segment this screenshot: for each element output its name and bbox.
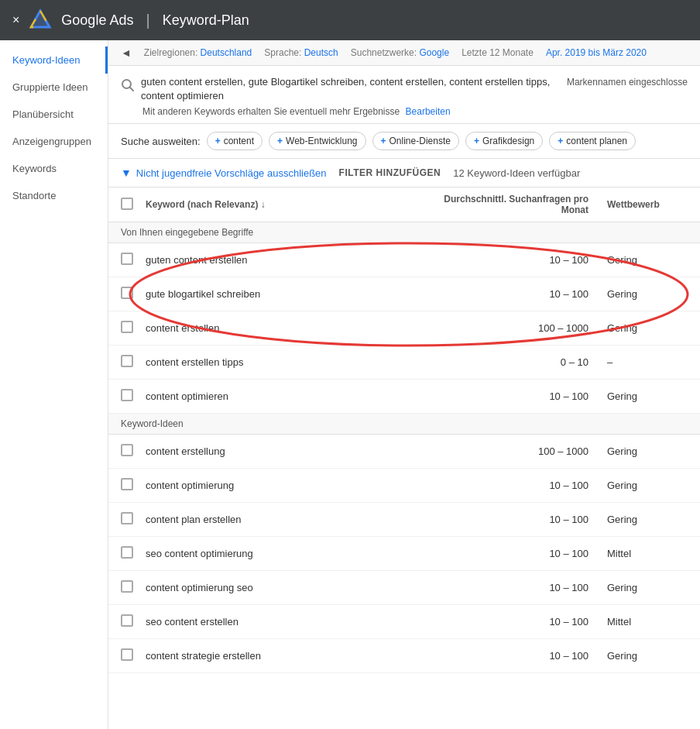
row-checkbox-s2-6[interactable] [121, 648, 139, 663]
table-row: seo content optimierung 10 – 100 Mittel [108, 537, 700, 571]
row-checkbox-s2-3[interactable] [121, 546, 139, 561]
row-suchanfragen-3: 0 – 10 [418, 356, 588, 368]
topbar-zielregionen: Zielregionen: Deutschland [144, 47, 252, 58]
table-row: guten content erstellen 10 – 100 Gering [108, 243, 700, 277]
row-checkbox-3[interactable] [121, 355, 139, 370]
main-layout: Keyword-Ideen Gruppierte Ideen Planübers… [0, 40, 700, 729]
row-keyword-s2-2: content plan erstellen [146, 514, 412, 525]
keyword-count: 12 Keyword-Ideen verfügbar [453, 167, 580, 179]
search-icon [121, 75, 135, 95]
row-wettbewerb-s2-1: Gering [595, 480, 688, 491]
table-row: content strategie erstellen 10 – 100 Ger… [108, 639, 700, 673]
row-suchanfragen-s2-4: 10 – 100 [418, 582, 588, 593]
bearbeiten-link[interactable]: Bearbeiten [406, 106, 451, 117]
row-wettbewerb-s2-3: Mittel [595, 548, 688, 559]
topbar: ◄ Zielregionen: Deutschland Sprache: Deu… [108, 40, 700, 66]
row-keyword-s2-5: seo content erstellen [146, 616, 412, 628]
main-content: ◄ Zielregionen: Deutschland Sprache: Deu… [108, 40, 700, 729]
topbar-arrow[interactable]: ◄ [121, 46, 132, 59]
topbar-zeitraum: Apr. 2019 bis März 2020 [546, 47, 647, 58]
row-wettbewerb-0: Gering [595, 254, 688, 266]
close-button[interactable]: × [12, 13, 19, 27]
expand-section: Suche ausweiten: + content + Web-Entwick… [108, 124, 700, 159]
sidebar-item-keywords[interactable]: Keywords [0, 155, 108, 182]
row-keyword-3: content erstellen tipps [146, 356, 412, 368]
table-row: content optimierung seo 10 – 100 Gering [108, 571, 700, 605]
table-row: content optimieren 10 – 100 Gering [108, 380, 700, 414]
row-suchanfragen-s2-2: 10 – 100 [418, 514, 588, 525]
sidebar-item-standorte[interactable]: Standorte [0, 182, 108, 209]
sidebar-item-keyword-ideen[interactable]: Keyword-Ideen [0, 46, 108, 74]
header-keyword: Keyword (nach Relevanz) ↓ [146, 199, 412, 210]
row-checkbox-s2-4[interactable] [121, 580, 139, 595]
topbar-suchnetzwerke: Suchnetzwerke: Google [351, 47, 449, 58]
filter-icon: ▼ [121, 167, 132, 179]
row-checkbox-4[interactable] [121, 389, 139, 404]
section1-header: Von Ihnen eingegebene Begriffe [108, 222, 700, 243]
header-suchanfragen: Durchschnittl. Suchanfragen pro Monat [418, 194, 588, 215]
table-header: Keyword (nach Relevanz) ↓ Durchschnittl.… [108, 187, 700, 222]
google-ads-logo [29, 9, 52, 32]
row-keyword-2: content erstellen [146, 322, 412, 334]
row-wettbewerb-s2-2: Gering [595, 514, 688, 525]
table-row: gute blogartikel schreiben 10 – 100 Geri… [108, 277, 700, 311]
row-keyword-s2-6: content strategie erstellen [146, 650, 412, 662]
row-wettbewerb-s2-4: Gering [595, 582, 688, 593]
row-checkbox-1[interactable] [121, 287, 139, 301]
row-suchanfragen-s2-3: 10 – 100 [418, 548, 588, 559]
expand-chip-4[interactable]: + content planen [549, 132, 636, 150]
row-checkbox-s2-5[interactable] [121, 614, 139, 629]
page-title: Keyword-Plan [163, 12, 249, 29]
sidebar-item-gruppierte-ideen[interactable]: Gruppierte Ideen [0, 74, 108, 101]
sidebar-item-anzeigengruppen[interactable]: Anzeigengruppen [0, 128, 108, 155]
row-keyword-s2-1: content optimierung [146, 480, 412, 491]
filter-nicht-jugend[interactable]: ▼ Nicht jugendfreie Vorschläge ausschlie… [121, 167, 327, 179]
row-checkbox-0[interactable] [121, 253, 139, 267]
row-keyword-s2-4: content optimierung seo [146, 582, 412, 593]
filter-row: ▼ Nicht jugendfreie Vorschläge ausschlie… [108, 159, 700, 187]
row-suchanfragen-s2-1: 10 – 100 [418, 480, 588, 491]
row-keyword-s2-3: seo content optimierung [146, 548, 412, 559]
table-row: seo content erstellen 10 – 100 Mittel [108, 605, 700, 639]
row-keyword-0: guten content erstellen [146, 254, 412, 266]
sidebar: Keyword-Ideen Gruppierte Ideen Planübers… [0, 40, 108, 729]
table-row: content plan erstellen 10 – 100 Gering [108, 503, 700, 537]
row-checkbox-2[interactable] [121, 321, 139, 335]
row-keyword-1: gute blogartikel schreiben [146, 288, 412, 300]
keywords-hint: Mit anderen Keywords erhalten Sie eventu… [121, 103, 688, 123]
markenname-box: Markennamen eingeschlosse [567, 75, 688, 88]
expand-chip-1[interactable]: + Web-Entwicklung [269, 132, 366, 150]
row-wettbewerb-2: Gering [595, 322, 688, 334]
search-section: guten content erstellen, gute Blogartike… [108, 66, 700, 124]
sidebar-item-planuebersicht[interactable]: Planübersicht [0, 101, 108, 128]
row-wettbewerb-s2-5: Mittel [595, 616, 688, 628]
row-suchanfragen-4: 10 – 100 [418, 390, 588, 402]
row-keyword-4: content optimieren [146, 390, 412, 402]
header-wettbewerb: Wettbewerb [595, 199, 688, 210]
expand-chip-3[interactable]: + Grafikdesign [465, 132, 543, 150]
expand-label: Suche ausweiten: [121, 136, 201, 147]
row-suchanfragen-s2-6: 10 – 100 [418, 650, 588, 662]
row-wettbewerb-s2-0: Gering [595, 445, 688, 457]
svg-line-4 [130, 88, 134, 91]
row-suchanfragen-s2-5: 10 – 100 [418, 616, 588, 628]
table-row: content erstellen tipps 0 – 10 – [108, 346, 700, 380]
table-row: content erstellen 100 – 1000 Gering [108, 311, 700, 346]
filter-hinzufuegen[interactable]: FILTER HINZUFÜGEN [339, 167, 441, 178]
search-row: guten content erstellen, gute Blogartike… [121, 75, 688, 103]
expand-chip-2[interactable]: + Online-Dienste [372, 132, 459, 150]
section1-rows: guten content erstellen 10 – 100 Gering … [108, 243, 700, 346]
header-divider: | [146, 12, 149, 29]
row-suchanfragen-s2-0: 100 – 1000 [418, 445, 588, 457]
row-keyword-s2-0: content erstellung [146, 445, 412, 457]
search-keywords: guten content erstellen, gute Blogartike… [141, 75, 561, 103]
row-checkbox-s2-0[interactable] [121, 444, 139, 459]
row-checkbox-s2-2[interactable] [121, 512, 139, 527]
header: × Google Ads | Keyword-Plan [0, 0, 700, 40]
row-wettbewerb-1: Gering [595, 288, 688, 300]
header-checkbox[interactable] [121, 198, 139, 212]
expand-chip-0[interactable]: + content [207, 132, 262, 150]
row-wettbewerb-4: Gering [595, 390, 688, 402]
row-suchanfragen-0: 10 – 100 [418, 254, 588, 266]
row-checkbox-s2-1[interactable] [121, 478, 139, 493]
